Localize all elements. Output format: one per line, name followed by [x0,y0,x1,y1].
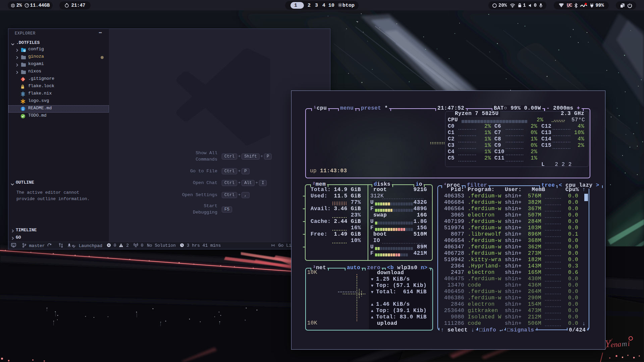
svg-text:ena: ena [610,340,622,349]
svg-text:m: m [622,339,628,348]
